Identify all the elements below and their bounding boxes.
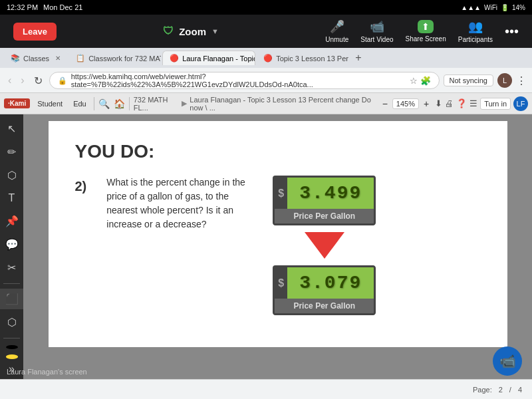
tab-classes-icon: 📚 — [11, 54, 20, 63]
screen-share-label: Laura Flanagan's screen — [7, 368, 87, 376]
down-arrow-icon — [305, 232, 344, 259]
kami-toolbar: ·Kami Student Edu 🔍 🏠 732 MATH FL... ▶ L… — [0, 93, 532, 114]
tab-classes[interactable]: 📚 Classes ✕ — [3, 51, 68, 65]
address-bar[interactable]: 🔒 https://web.kamihq.com/web/viewer.html… — [49, 72, 440, 89]
price-display-bottom-inner: $ 3.079 — [275, 267, 374, 299]
bottom-price-label: Price Per Gallon — [275, 299, 374, 313]
left-sidebar: ↖ ✏ ⬡ T 📌 💬 ✂ ⬛ ⬡ » — [0, 114, 23, 379]
edu-button[interactable]: Edu — [70, 98, 90, 109]
top-price-screen: 3.499 — [287, 178, 374, 209]
text-tool-icon[interactable]: T — [0, 188, 23, 208]
tab-laura-icon: 🔴 — [170, 54, 179, 63]
kami-logo: ·Kami — [4, 98, 30, 108]
search-icon[interactable]: 🔍 — [98, 98, 110, 109]
kami-breadcrumb-detail[interactable]: Laura Flanagan - Topic 3 Lesson 13 Perce… — [190, 96, 376, 112]
share-screen-button[interactable]: ⬆ Share Screen — [406, 20, 446, 43]
refresh-button[interactable]: ↻ — [31, 73, 45, 88]
active-tool-icon[interactable]: ⬛ — [0, 289, 23, 309]
back-button[interactable]: ‹ — [5, 73, 14, 88]
download-icon[interactable]: ⬇ — [435, 98, 442, 108]
home-icon[interactable]: 🏠 — [114, 98, 125, 109]
extensions-icon[interactable]: 🧩 — [420, 76, 431, 86]
kami-separator-1 — [94, 97, 94, 110]
page-label: Page: — [473, 386, 492, 394]
zoom-dropdown-icon[interactable]: ▼ — [211, 27, 219, 35]
problem-text: What is the percent change in the price … — [106, 176, 253, 231]
tab-classwork[interactable]: 📋 Classwork for 732 MATH FLA... ✕ — [68, 51, 162, 65]
new-tab-button[interactable]: + — [350, 49, 366, 66]
zoom-plus-button[interactable]: + — [422, 98, 431, 109]
more-button[interactable]: ••• — [505, 24, 519, 39]
start-video-label: Start Video — [360, 36, 393, 43]
status-bar-left: 12:32 PM Mon Dec 21 — [7, 3, 82, 11]
leave-button[interactable]: Leave — [13, 23, 57, 41]
problem-section: 2) What is the percent change in the pri… — [75, 176, 481, 315]
status-bar-right: ▲▲▲ WiFi 🔋 14% — [461, 4, 525, 11]
unmute-icon: 🎤 — [330, 19, 344, 34]
black-color-swatch[interactable] — [6, 345, 18, 350]
eraser-tool-icon[interactable]: ⬡ — [0, 165, 23, 186]
video-fab-icon: 📹 — [499, 353, 516, 369]
forward-button[interactable]: › — [18, 73, 27, 88]
tab-topic3[interactable]: 🔴 Topic 3 Lesson 13 Percent of Ch... ✕ — [256, 51, 349, 65]
zoom-toolbar: Leave 🛡 Zoom ▼ 🎤 Unmute 📹 Start Video ⬆ … — [0, 15, 532, 48]
tab-classwork-icon: 📋 — [76, 54, 85, 63]
address-actions: ☆ 🧩 — [410, 76, 431, 86]
breadcrumb-arrow: ▶ — [182, 99, 187, 108]
kami-doc-label[interactable]: 732 MATH FL... — [134, 96, 180, 112]
participants-button[interactable]: 👥 Participants — [458, 19, 493, 43]
print-icon[interactable]: 🖨 — [445, 98, 454, 108]
tab-topic3-label: Topic 3 Lesson 13 Percent of Ch... — [276, 55, 349, 63]
profile-avatar[interactable]: L — [497, 73, 512, 88]
page-current: 2 — [499, 386, 503, 394]
help-icon[interactable]: ❓ — [456, 98, 467, 108]
bottom-price-number: 3.079 — [299, 273, 362, 293]
bookmark-icon[interactable]: ☆ — [410, 76, 418, 86]
tab-classes-close[interactable]: ✕ — [55, 55, 61, 62]
kami-user-avatar[interactable]: LF — [513, 96, 528, 111]
student-button[interactable]: Student — [34, 98, 66, 109]
share-screen-icon: ⬆ — [418, 20, 434, 33]
sticky-note-icon[interactable]: 📌 — [0, 211, 23, 231]
pen-tool-icon[interactable]: ✏ — [0, 142, 23, 162]
section-title: YOU DO: — [75, 141, 481, 162]
browser-settings-icon[interactable]: ⋮ — [516, 74, 527, 87]
address-row: ‹ › ↻ 🔒 https://web.kamihq.com/web/viewe… — [0, 68, 532, 93]
start-video-button[interactable]: 📹 Start Video — [360, 19, 393, 43]
unmute-button[interactable]: 🎤 Unmute — [325, 19, 348, 43]
tab-classes-label: Classes — [23, 55, 49, 63]
kami-tools-right: ⬇ 🖨 ❓ ☰ Turn in LF — [435, 96, 528, 111]
wifi-icon: WiFi — [484, 4, 497, 11]
page-total: 4 — [518, 386, 522, 394]
price-display-top-inner: $ 3.499 — [275, 178, 374, 209]
tab-laura-lesson[interactable]: 🔴 Laura Flanagan - Topic 3 Lesso... ✕ — [162, 51, 255, 65]
video-icon: 📹 — [370, 19, 384, 34]
zoom-action-bar: 🎤 Unmute 📹 Start Video ⬆ Share Screen 👥 … — [325, 19, 519, 43]
problem-number: 2) — [75, 179, 87, 194]
zoom-value: 145% — [392, 98, 419, 109]
yellow-color-swatch[interactable] — [6, 354, 18, 359]
zoom-controls: − 145% + — [380, 98, 432, 109]
cursor-tool-icon[interactable]: ↖ — [0, 118, 23, 139]
turn-in-button[interactable]: Turn in — [480, 98, 511, 110]
zoom-minus-button[interactable]: − — [380, 98, 390, 109]
video-fab-button[interactable]: 📹 — [493, 346, 522, 376]
top-price-number: 3.499 — [299, 183, 362, 203]
comment-icon[interactable]: 💬 — [0, 234, 23, 255]
price-display-top: $ 3.499 Price Per Gallon — [273, 176, 376, 225]
tab-topic3-icon: 🔴 — [263, 54, 273, 63]
highlight-icon[interactable]: ✂ — [0, 257, 23, 278]
address-text: https://web.kamihq.com/web/viewer.html?s… — [71, 72, 406, 88]
lock-icon: 🔒 — [58, 76, 67, 85]
not-syncing-button[interactable]: Not syncing — [444, 74, 493, 86]
price-displays: $ 3.499 Price Per Gallon $ 3.079 — [273, 176, 376, 315]
bottom-price-screen: 3.079 — [287, 267, 374, 299]
zoom-app-title: 🛡 Zoom ▼ — [163, 25, 219, 37]
zoom-label: Zoom — [179, 26, 206, 37]
main-content: YOU DO: 2) What is the percent change in… — [23, 114, 532, 379]
battery-level: 14% — [512, 4, 525, 11]
tab-classwork-label: Classwork for 732 MATH FLA... — [88, 55, 162, 63]
day-display: Mon Dec 21 — [43, 3, 82, 11]
shape-tool-icon[interactable]: ⬡ — [0, 312, 23, 332]
menu-icon[interactable]: ☰ — [469, 98, 477, 108]
